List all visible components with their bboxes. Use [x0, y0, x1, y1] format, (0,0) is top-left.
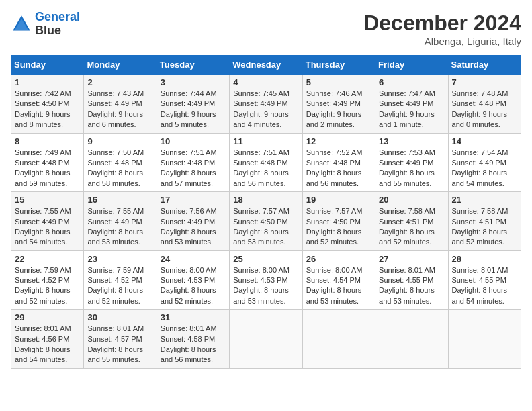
day-info: Sunrise: 8:01 AMSunset: 4:55 PMDaylight:…	[379, 265, 444, 307]
day-number: 4	[233, 77, 298, 87]
day-number: 12	[306, 136, 371, 146]
day-info: Sunrise: 7:51 AMSunset: 4:48 PMDaylight:…	[161, 148, 226, 189]
day-info: Sunrise: 8:01 AMSunset: 4:58 PMDaylight:…	[161, 324, 226, 365]
weekday-header-wednesday: Wednesday	[230, 56, 302, 75]
calendar-cell: 31 Sunrise: 8:01 AMSunset: 4:58 PMDaylig…	[157, 310, 229, 369]
calendar-cell: 28 Sunrise: 8:01 AMSunset: 4:55 PMDaylig…	[448, 250, 521, 310]
calendar-cell: 29 Sunrise: 8:01 AMSunset: 4:56 PMDaylig…	[11, 310, 84, 369]
day-info: Sunrise: 7:58 AMSunset: 4:51 PMDaylight:…	[379, 206, 444, 248]
day-info: Sunrise: 8:01 AMSunset: 4:57 PMDaylight:…	[87, 324, 152, 365]
day-info: Sunrise: 7:54 AMSunset: 4:49 PMDaylight:…	[452, 148, 517, 189]
day-info: Sunrise: 7:47 AMSunset: 4:49 PMDaylight:…	[379, 89, 444, 130]
day-number: 23	[87, 254, 152, 264]
title-block: December 2024 Albenga, Liguria, Italy	[363, 11, 521, 47]
day-number: 5	[306, 77, 371, 87]
logo: GeneralBlue	[11, 11, 80, 38]
day-number: 2	[87, 77, 152, 87]
calendar-week-row: 15 Sunrise: 7:55 AMSunset: 4:49 PMDaylig…	[11, 192, 521, 251]
day-number: 21	[452, 195, 517, 205]
calendar-cell: 2 Sunrise: 7:43 AMSunset: 4:49 PMDayligh…	[84, 75, 157, 134]
calendar-cell: 8 Sunrise: 7:49 AMSunset: 4:48 PMDayligh…	[11, 133, 84, 192]
calendar-cell: 26 Sunrise: 8:00 AMSunset: 4:54 PMDaylig…	[302, 250, 375, 310]
day-info: Sunrise: 7:43 AMSunset: 4:49 PMDaylight:…	[87, 89, 152, 130]
day-number: 30	[87, 312, 152, 322]
day-info: Sunrise: 7:55 AMSunset: 4:49 PMDaylight:…	[15, 206, 80, 248]
calendar-cell: 15 Sunrise: 7:55 AMSunset: 4:49 PMDaylig…	[11, 192, 84, 251]
logo-text: GeneralBlue	[35, 11, 80, 38]
day-number: 13	[379, 136, 444, 146]
day-number: 28	[452, 254, 517, 264]
calendar-cell: 17 Sunrise: 7:56 AMSunset: 4:49 PMDaylig…	[157, 192, 229, 251]
day-info: Sunrise: 7:59 AMSunset: 4:52 PMDaylight:…	[87, 265, 152, 307]
calendar-cell	[448, 310, 521, 369]
weekday-header-saturday: Saturday	[448, 56, 521, 75]
day-info: Sunrise: 8:00 AMSunset: 4:53 PMDaylight:…	[161, 265, 226, 307]
day-number: 3	[161, 77, 226, 87]
calendar-cell: 20 Sunrise: 7:58 AMSunset: 4:51 PMDaylig…	[375, 192, 448, 251]
calendar-cell	[302, 310, 375, 369]
day-info: Sunrise: 7:44 AMSunset: 4:49 PMDaylight:…	[161, 89, 226, 130]
day-info: Sunrise: 7:45 AMSunset: 4:49 PMDaylight:…	[233, 89, 298, 130]
day-number: 11	[233, 136, 298, 146]
calendar-cell: 23 Sunrise: 7:59 AMSunset: 4:52 PMDaylig…	[84, 250, 157, 310]
calendar-cell: 18 Sunrise: 7:57 AMSunset: 4:50 PMDaylig…	[230, 192, 302, 251]
location-subtitle: Albenga, Liguria, Italy	[363, 36, 521, 47]
day-number: 7	[452, 77, 517, 87]
weekday-header-monday: Monday	[84, 56, 157, 75]
day-info: Sunrise: 7:49 AMSunset: 4:48 PMDaylight:…	[15, 148, 80, 189]
day-number: 14	[452, 136, 517, 146]
day-number: 22	[15, 254, 80, 264]
month-title: December 2024	[363, 11, 521, 36]
calendar-week-row: 22 Sunrise: 7:59 AMSunset: 4:52 PMDaylig…	[11, 250, 521, 310]
day-info: Sunrise: 8:00 AMSunset: 4:53 PMDaylight:…	[233, 265, 298, 307]
day-info: Sunrise: 8:01 AMSunset: 4:55 PMDaylight:…	[452, 265, 517, 307]
calendar-cell: 1 Sunrise: 7:42 AMSunset: 4:50 PMDayligh…	[11, 75, 84, 134]
day-info: Sunrise: 8:00 AMSunset: 4:54 PMDaylight:…	[306, 265, 371, 307]
day-info: Sunrise: 7:42 AMSunset: 4:50 PMDaylight:…	[15, 89, 80, 130]
calendar-week-row: 29 Sunrise: 8:01 AMSunset: 4:56 PMDaylig…	[11, 310, 521, 369]
day-number: 31	[161, 312, 226, 322]
day-number: 10	[161, 136, 226, 146]
day-info: Sunrise: 7:55 AMSunset: 4:49 PMDaylight:…	[87, 206, 152, 248]
day-info: Sunrise: 7:57 AMSunset: 4:50 PMDaylight:…	[306, 206, 371, 248]
day-info: Sunrise: 7:52 AMSunset: 4:48 PMDaylight:…	[306, 148, 371, 189]
day-number: 16	[87, 195, 152, 205]
weekday-header-sunday: Sunday	[11, 56, 84, 75]
calendar-cell: 4 Sunrise: 7:45 AMSunset: 4:49 PMDayligh…	[230, 75, 302, 134]
calendar-cell: 25 Sunrise: 8:00 AMSunset: 4:53 PMDaylig…	[230, 250, 302, 310]
day-info: Sunrise: 7:59 AMSunset: 4:52 PMDaylight:…	[15, 265, 80, 307]
day-number: 17	[161, 195, 226, 205]
weekday-header-row: SundayMondayTuesdayWednesdayThursdayFrid…	[11, 56, 521, 75]
calendar-cell: 3 Sunrise: 7:44 AMSunset: 4:49 PMDayligh…	[157, 75, 229, 134]
calendar-cell	[230, 310, 302, 369]
day-number: 1	[15, 77, 80, 87]
day-number: 9	[87, 136, 152, 146]
calendar-cell: 22 Sunrise: 7:59 AMSunset: 4:52 PMDaylig…	[11, 250, 84, 310]
day-number: 6	[379, 77, 444, 87]
calendar-week-row: 8 Sunrise: 7:49 AMSunset: 4:48 PMDayligh…	[11, 133, 521, 192]
calendar-cell: 27 Sunrise: 8:01 AMSunset: 4:55 PMDaylig…	[375, 250, 448, 310]
day-info: Sunrise: 7:53 AMSunset: 4:49 PMDaylight:…	[379, 148, 444, 189]
calendar-cell: 19 Sunrise: 7:57 AMSunset: 4:50 PMDaylig…	[302, 192, 375, 251]
calendar-cell: 21 Sunrise: 7:58 AMSunset: 4:51 PMDaylig…	[448, 192, 521, 251]
day-number: 25	[233, 254, 298, 264]
day-info: Sunrise: 7:46 AMSunset: 4:49 PMDaylight:…	[306, 89, 371, 130]
calendar-cell: 30 Sunrise: 8:01 AMSunset: 4:57 PMDaylig…	[84, 310, 157, 369]
day-number: 29	[15, 312, 80, 322]
day-number: 24	[161, 254, 226, 264]
day-info: Sunrise: 7:50 AMSunset: 4:48 PMDaylight:…	[87, 148, 152, 189]
day-number: 19	[306, 195, 371, 205]
calendar-cell: 24 Sunrise: 8:00 AMSunset: 4:53 PMDaylig…	[157, 250, 229, 310]
calendar-cell: 13 Sunrise: 7:53 AMSunset: 4:49 PMDaylig…	[375, 133, 448, 192]
weekday-header-thursday: Thursday	[302, 56, 375, 75]
logo-icon	[11, 13, 32, 35]
calendar-cell: 5 Sunrise: 7:46 AMSunset: 4:49 PMDayligh…	[302, 75, 375, 134]
day-number: 15	[15, 195, 80, 205]
weekday-header-friday: Friday	[375, 56, 448, 75]
day-info: Sunrise: 7:51 AMSunset: 4:48 PMDaylight:…	[233, 148, 298, 189]
day-info: Sunrise: 7:48 AMSunset: 4:48 PMDaylight:…	[452, 89, 517, 130]
calendar-cell: 16 Sunrise: 7:55 AMSunset: 4:49 PMDaylig…	[84, 192, 157, 251]
calendar-table: SundayMondayTuesdayWednesdayThursdayFrid…	[11, 55, 521, 369]
calendar-week-row: 1 Sunrise: 7:42 AMSunset: 4:50 PMDayligh…	[11, 75, 521, 134]
calendar-cell: 9 Sunrise: 7:50 AMSunset: 4:48 PMDayligh…	[84, 133, 157, 192]
